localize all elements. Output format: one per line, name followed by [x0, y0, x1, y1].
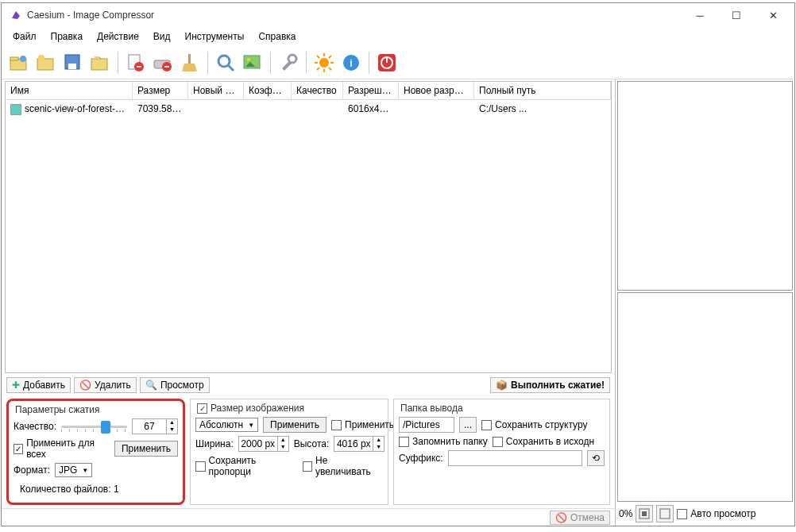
svg-line-16	[228, 65, 234, 71]
sun-icon[interactable]	[313, 52, 335, 74]
svg-rect-7	[91, 59, 107, 70]
menu-action[interactable]: Действие	[91, 29, 145, 44]
maximize-button[interactable]: ☐	[718, 3, 755, 27]
no-entry-icon: 🚫	[79, 380, 91, 391]
col-quality[interactable]: Качество	[292, 82, 343, 99]
svg-rect-14	[188, 54, 191, 64]
actual-button[interactable]	[656, 505, 674, 522]
fit-button[interactable]	[636, 505, 653, 522]
menu-tools[interactable]: Инструменты	[179, 29, 251, 44]
col-ratio[interactable]: Коэффици	[244, 82, 292, 99]
resize-apply-button[interactable]: Применить	[263, 417, 327, 433]
file-count: Количество файлов: 1	[14, 480, 178, 498]
keep-structure-checkbox[interactable]: Сохранить структуру	[481, 419, 587, 430]
compress-button[interactable]: 📦Выполнить сжатие!	[490, 377, 610, 393]
minimize-button[interactable]: ─	[682, 3, 718, 27]
svg-text:i: i	[350, 58, 352, 69]
width-label: Ширина:	[195, 438, 234, 449]
svg-line-25	[317, 56, 319, 58]
chevron-down-icon: ▼	[248, 422, 254, 429]
remember-folder-checkbox[interactable]: Запомнить папку	[399, 436, 488, 447]
col-newresolution[interactable]: Новое разрешен	[399, 82, 474, 99]
thumbnail-icon	[10, 104, 21, 115]
magnifier-icon[interactable]	[214, 52, 237, 74]
zoom-percent: 0%	[619, 508, 632, 519]
col-path[interactable]: Полный путь	[474, 82, 611, 99]
svg-line-28	[329, 56, 331, 58]
svg-rect-1	[10, 57, 18, 60]
col-size[interactable]: Размер	[133, 82, 188, 99]
svg-point-15	[218, 56, 230, 67]
menu-file[interactable]: Файл	[6, 29, 43, 44]
panel-title: Папка вывода	[399, 403, 605, 414]
auto-preview-checkbox[interactable]: Авто просмотр	[677, 508, 755, 519]
spin-down-icon[interactable]: ▼	[166, 426, 177, 434]
cell-newresolution	[399, 102, 474, 117]
panel-title: Параметры сжатия	[14, 404, 178, 415]
add-button[interactable]: ✚Добавить	[6, 377, 71, 393]
svg-point-18	[247, 58, 250, 61]
power-icon[interactable]	[376, 52, 398, 74]
no-enlarge-checkbox[interactable]: Не увеличивать	[303, 455, 384, 477]
resize-enable-checkbox[interactable]: ✓Размер изображения	[195, 403, 383, 414]
menu-help[interactable]: Справка	[252, 29, 302, 44]
apply-all-checkbox[interactable]: ✓Применить для всех	[14, 438, 110, 460]
quality-slider[interactable]	[61, 419, 127, 434]
svg-point-2	[20, 56, 26, 62]
quality-spinner[interactable]: ▲▼	[132, 418, 178, 434]
svg-line-26	[329, 67, 331, 70]
menu-bar: Файл Правка Действие Вид Инструменты Спр…	[2, 27, 794, 46]
open-file-icon[interactable]	[8, 52, 30, 74]
tools-icon[interactable]	[277, 52, 299, 74]
svg-rect-35	[642, 511, 647, 516]
suffix-input[interactable]	[448, 450, 582, 466]
svg-rect-36	[660, 509, 670, 519]
broom-icon[interactable]	[179, 52, 201, 74]
cell-size: 7039.58 Kb	[133, 102, 188, 117]
menu-edit[interactable]: Правка	[44, 29, 90, 44]
apply-quality-button[interactable]: Применить	[114, 441, 178, 457]
save-icon[interactable]	[62, 52, 84, 74]
browse-button[interactable]: ...	[459, 417, 477, 433]
width-spinner[interactable]: ▲▼	[238, 436, 289, 452]
quality-input[interactable]	[133, 421, 166, 432]
format-label: Формат:	[14, 465, 50, 476]
resize-apply-checkbox[interactable]: Применить	[331, 419, 394, 430]
remove-doc-icon[interactable]	[125, 52, 147, 74]
close-button[interactable]: ✕	[755, 3, 791, 27]
cell-newsize	[188, 102, 244, 117]
open-folder-icon[interactable]	[35, 52, 57, 74]
format-select[interactable]: JPG▼	[55, 463, 92, 477]
menu-view[interactable]: Вид	[147, 29, 177, 44]
col-newsize[interactable]: Новый разм	[188, 82, 244, 99]
magnifier-icon: 🔍	[145, 380, 157, 391]
picture-icon[interactable]	[242, 52, 264, 74]
preview-button[interactable]: 🔍Просмотр	[140, 377, 210, 393]
resize-mode-select[interactable]: Абсолютн▼	[195, 418, 258, 432]
spin-up-icon[interactable]: ▲	[166, 419, 177, 426]
height-spinner[interactable]: ▲▼	[334, 436, 384, 452]
window-title: Caesium - Image Compressor	[27, 10, 682, 21]
table-row[interactable]: scenic-view-of-forest-du... 7039.58 Kb 6…	[6, 100, 611, 118]
svg-rect-13	[164, 66, 169, 67]
output-path-input[interactable]	[399, 417, 454, 433]
keep-aspect-checkbox[interactable]: Сохранить пропорци	[195, 455, 298, 477]
cancel-button[interactable]: 🚫Отмена	[550, 511, 610, 525]
open-dest-icon[interactable]	[89, 52, 111, 74]
preview-before	[617, 81, 793, 291]
info-icon[interactable]: i	[340, 52, 362, 74]
cell-path: C:/Users ...	[474, 102, 611, 117]
delete-button[interactable]: 🚫Удалить	[74, 377, 137, 393]
suffix-reset-button[interactable]: ⟲	[587, 450, 605, 466]
preview-after	[617, 292, 793, 502]
svg-rect-10	[137, 66, 141, 67]
save-original-checkbox[interactable]: Сохранить в исходн	[493, 436, 594, 447]
col-name[interactable]: Имя	[6, 82, 133, 99]
resize-panel: ✓Размер изображения Абсолютн▼ Применить …	[190, 399, 388, 505]
cell-quality	[292, 102, 343, 117]
col-resolution[interactable]: Разрешени	[343, 82, 399, 99]
remove-drive-icon[interactable]	[152, 52, 174, 74]
compression-panel: Параметры сжатия Качество: ▲▼ ✓П	[6, 399, 185, 505]
output-panel: Папка вывода ... Сохранить структуру Зап…	[393, 399, 610, 505]
cell-resolution: 6016x4016	[343, 102, 399, 117]
